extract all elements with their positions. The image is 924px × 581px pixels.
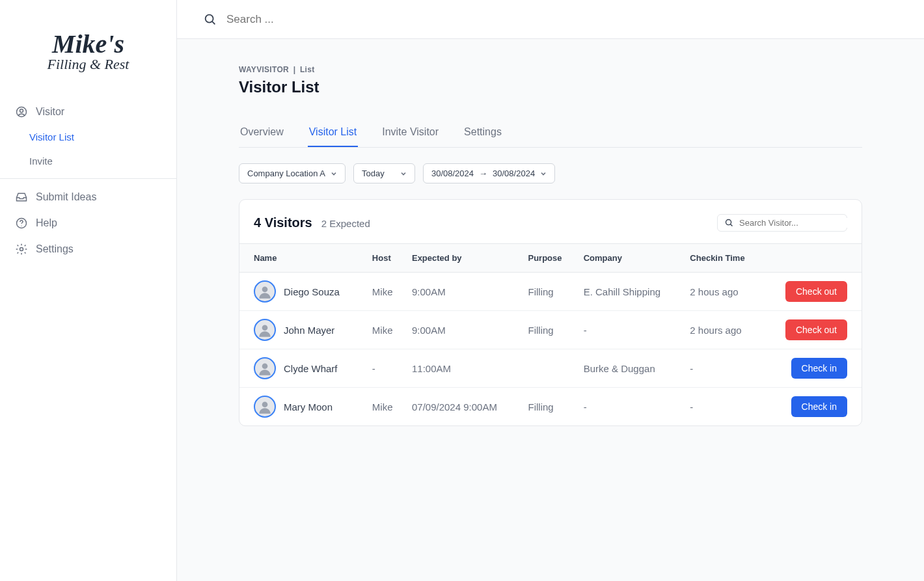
svg-line-6 (212, 21, 215, 24)
tab-invite-visitor[interactable]: Invite Visitor (381, 118, 440, 147)
visitor-search[interactable] (717, 214, 847, 232)
visitor-expected: 9:00AM (405, 273, 522, 311)
visitor-search-input[interactable] (739, 218, 849, 228)
gear-icon (15, 243, 28, 256)
col-purpose: Purpose (521, 244, 577, 273)
content: WAYVISITOR | List Visitor List Overview … (177, 39, 924, 581)
tab-settings[interactable]: Settings (463, 118, 503, 147)
logo-line2: Filling & Rest (0, 56, 176, 73)
breadcrumb: WAYVISITOR | List (239, 65, 862, 74)
svg-point-3 (21, 226, 21, 226)
svg-point-9 (262, 286, 268, 292)
user-circle-icon (15, 105, 28, 118)
inbox-icon (15, 191, 28, 204)
sidebar-item-settings[interactable]: Settings (10, 236, 167, 262)
main: WAYVISITOR | List Visitor List Overview … (177, 0, 924, 581)
filter-date-to: 30/08/2024 (493, 169, 535, 178)
visitor-company: E. Cahill Shipping (577, 273, 684, 311)
avatar (254, 396, 276, 418)
visitor-card: 4 Visitors 2 Expected Name Hos (239, 199, 862, 426)
sidebar: Mike's Filling & Rest Visitor Visitor Li… (0, 0, 177, 581)
svg-point-5 (206, 14, 213, 22)
svg-point-10 (262, 325, 268, 331)
chevron-down-icon (331, 170, 337, 177)
search-icon (203, 12, 217, 27)
filter-location-label: Company Location A (247, 169, 325, 178)
sidebar-item-label: Help (36, 217, 57, 229)
svg-point-1 (20, 109, 23, 113)
visitor-host: - (366, 349, 405, 388)
visitor-expected: 9:00AM (405, 311, 522, 349)
check-out-button[interactable]: Check out (785, 319, 847, 340)
count-expected: 2 Expected (321, 218, 370, 229)
sidebar-sub-invite[interactable]: Invite (10, 149, 167, 173)
filter-date-from: 30/08/2024 (431, 169, 474, 178)
sidebar-item-label: Submit Ideas (36, 191, 96, 203)
visitor-checkin: - (683, 349, 763, 388)
visitor-checkin: 2 hous ago (683, 273, 763, 311)
global-search-input[interactable] (226, 13, 898, 26)
crumb-app: WAYVISITOR (239, 65, 289, 74)
sidebar-sub-visitor-list[interactable]: Visitor List (10, 125, 167, 149)
count-total: 4 Visitors (254, 215, 312, 230)
logo: Mike's Filling & Rest (0, 33, 176, 73)
table-row: Diego SouzaMike9:00AMFillingE. Cahill Sh… (239, 273, 862, 311)
visitor-table: Name Host Expected by Purpose Company Ch… (239, 243, 862, 426)
filter-date-range[interactable]: 30/08/2024 → 30/08/2024 (423, 163, 555, 183)
search-icon (724, 218, 734, 228)
visitor-company: - (577, 388, 684, 426)
filter-period[interactable]: Today (353, 163, 415, 183)
chevron-down-icon (400, 170, 407, 177)
tab-visitor-list[interactable]: Visitor List (308, 118, 359, 147)
topbar (177, 0, 924, 39)
visitor-count: 4 Visitors 2 Expected (254, 215, 370, 230)
check-in-button[interactable]: Check in (791, 396, 847, 417)
page-title: Visitor List (239, 78, 862, 96)
svg-point-12 (262, 401, 268, 407)
col-host: Host (366, 244, 405, 273)
col-checkin: Checkin Time (683, 244, 763, 273)
tabs: Overview Visitor List Invite Visitor Set… (239, 118, 862, 148)
visitor-expected: 07/09/2024 9:00AM (405, 388, 522, 426)
avatar (254, 280, 276, 303)
sidebar-item-submit-ideas[interactable]: Submit Ideas (10, 184, 167, 210)
avatar (254, 357, 276, 379)
divider (0, 178, 176, 179)
filter-location[interactable]: Company Location A (239, 163, 346, 183)
crumb-current: List (300, 65, 315, 74)
svg-point-7 (726, 220, 731, 225)
visitor-checkin: 2 hours ago (683, 311, 763, 349)
tab-overview[interactable]: Overview (239, 118, 285, 147)
visitor-purpose (521, 349, 577, 388)
arrow-right-icon: → (479, 169, 487, 178)
chevron-down-icon (540, 170, 547, 177)
sidebar-item-visitor[interactable]: Visitor (10, 99, 167, 125)
filter-bar: Company Location A Today 30/08/2024 → 30… (239, 163, 862, 183)
visitor-host: Mike (366, 311, 405, 349)
help-icon (15, 217, 28, 230)
visitor-purpose: Filling (521, 273, 577, 311)
visitor-purpose: Filling (521, 311, 577, 349)
visitor-company: - (577, 311, 684, 349)
check-in-button[interactable]: Check in (791, 358, 847, 379)
check-out-button[interactable]: Check out (785, 281, 847, 302)
svg-point-11 (262, 363, 268, 369)
table-row: John MayerMike9:00AMFilling-2 hours agoC… (239, 311, 862, 349)
visitor-name: John Mayer (284, 325, 334, 336)
visitor-purpose: Filling (521, 388, 577, 426)
visitor-name: Mary Moon (284, 401, 333, 412)
visitor-name: Clyde Wharf (284, 363, 338, 374)
table-row: Mary MoonMike07/09/2024 9:00AMFilling--C… (239, 388, 862, 426)
visitor-expected: 11:00AM (405, 349, 522, 388)
visitor-checkin: - (683, 388, 763, 426)
visitor-company: Burke & Duggan (577, 349, 684, 388)
svg-line-8 (731, 224, 733, 226)
table-row: Clyde Wharf-11:00AMBurke & Duggan-Check … (239, 349, 862, 388)
sidebar-item-label: Visitor (36, 106, 64, 118)
logo-line1: Mike's (0, 33, 176, 56)
sidebar-item-help[interactable]: Help (10, 210, 167, 236)
filter-period-label: Today (362, 169, 385, 178)
col-name: Name (239, 244, 366, 273)
visitor-host: Mike (366, 388, 405, 426)
col-company: Company (577, 244, 684, 273)
